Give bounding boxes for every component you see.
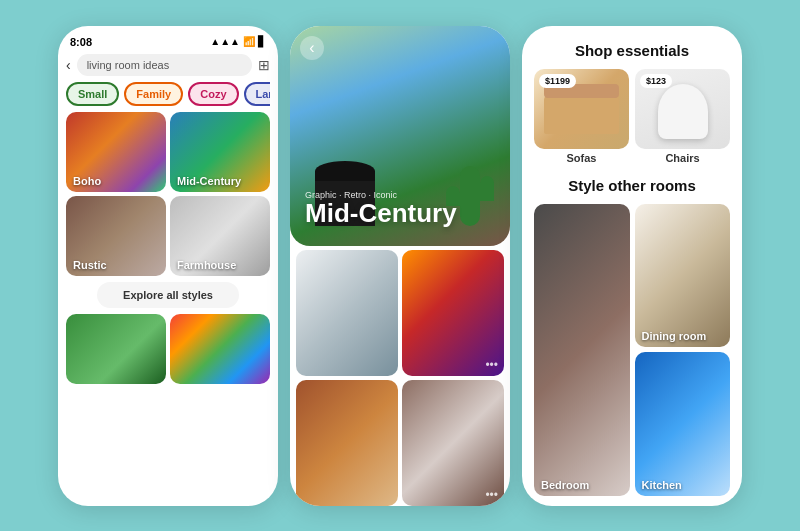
style-item-farmhouse[interactable]: Farmhouse [170, 196, 270, 276]
style-rooms-title: Style other rooms [534, 177, 730, 194]
chair-label: Chairs [635, 149, 730, 167]
status-bar: 8:08 ▲▲▲ 📶 ▋ [66, 36, 270, 48]
photo-item-4[interactable]: ••• [402, 380, 504, 506]
hero-card: ‹ Graphic · Retro · Iconic Mid-Century [290, 26, 510, 246]
search-bar: ‹ living room ideas ⊞ [66, 54, 270, 76]
chip-cozy[interactable]: Cozy [188, 82, 238, 106]
time: 8:08 [70, 36, 92, 48]
shop-grid: $1199 Sofas $123 Chairs [534, 69, 730, 167]
room-item-dining[interactable]: Dining room [635, 204, 731, 348]
rooms-grid: Bedroom Dining room Kitchen [534, 204, 730, 496]
more-dots-icon-2: ••• [485, 488, 498, 502]
chip-large[interactable]: Large [244, 82, 271, 106]
kitchen-label: Kitchen [642, 479, 682, 491]
sofa-price: $1199 [539, 74, 576, 88]
phone-3: Shop essentials $1199 Sofas [522, 26, 742, 506]
shop-item-chair[interactable]: $123 Chairs [635, 69, 730, 167]
shop-section-title: Shop essentials [534, 42, 730, 59]
back-button[interactable]: ‹ [66, 57, 71, 73]
more-dots-icon: ••• [485, 358, 498, 372]
room-item-bedroom[interactable]: Bedroom [534, 204, 630, 496]
chair-white-shape [658, 84, 708, 139]
shop-item-sofa[interactable]: $1199 Sofas [534, 69, 629, 167]
bottom-item-colorful[interactable] [170, 314, 270, 384]
hero-text: Graphic · Retro · Iconic Mid-Century [305, 190, 457, 226]
chip-family[interactable]: Family [124, 82, 183, 106]
filter-icon[interactable]: ⊞ [258, 57, 270, 73]
style-item-rustic[interactable]: Rustic [66, 196, 166, 276]
photo-grid: ••• ••• [290, 250, 510, 506]
style-item-midcentury[interactable]: Mid-Century [170, 112, 270, 192]
photo-item-1[interactable] [296, 250, 398, 376]
photo-item-2[interactable]: ••• [402, 250, 504, 376]
bedroom-label: Bedroom [541, 479, 589, 491]
signal-icon: ▲▲▲ [210, 36, 240, 47]
chair-price: $123 [640, 74, 672, 88]
dining-label: Dining room [642, 330, 707, 342]
search-input[interactable]: living room ideas [77, 54, 252, 76]
sofa-label: Sofas [534, 149, 629, 167]
bottom-item-green[interactable] [66, 314, 166, 384]
photo-item-3[interactable] [296, 380, 398, 506]
explore-all-button[interactable]: Explore all styles [97, 282, 240, 308]
phone-1: 8:08 ▲▲▲ 📶 ▋ ‹ living room ideas ⊞ Small… [58, 26, 278, 506]
phone-2: ‹ Graphic · Retro · Iconic Mid-Century •… [290, 26, 510, 506]
cactus-decoration [460, 166, 480, 226]
battery-icon: ▋ [258, 36, 266, 47]
room-item-kitchen[interactable]: Kitchen [635, 352, 731, 496]
sofa-shape [544, 94, 619, 134]
bottom-grid [66, 314, 270, 498]
filter-chips: Small Family Cozy Large Lay… [66, 82, 270, 106]
style-grid: Boho Mid-Century Rustic Farmhouse [66, 112, 270, 276]
style-item-boho[interactable]: Boho [66, 112, 166, 192]
hero-title: Mid-Century [305, 200, 457, 226]
status-icons: ▲▲▲ 📶 ▋ [210, 36, 266, 47]
chip-small[interactable]: Small [66, 82, 119, 106]
hero-back-button[interactable]: ‹ [300, 36, 324, 60]
wifi-icon: 📶 [243, 36, 255, 47]
